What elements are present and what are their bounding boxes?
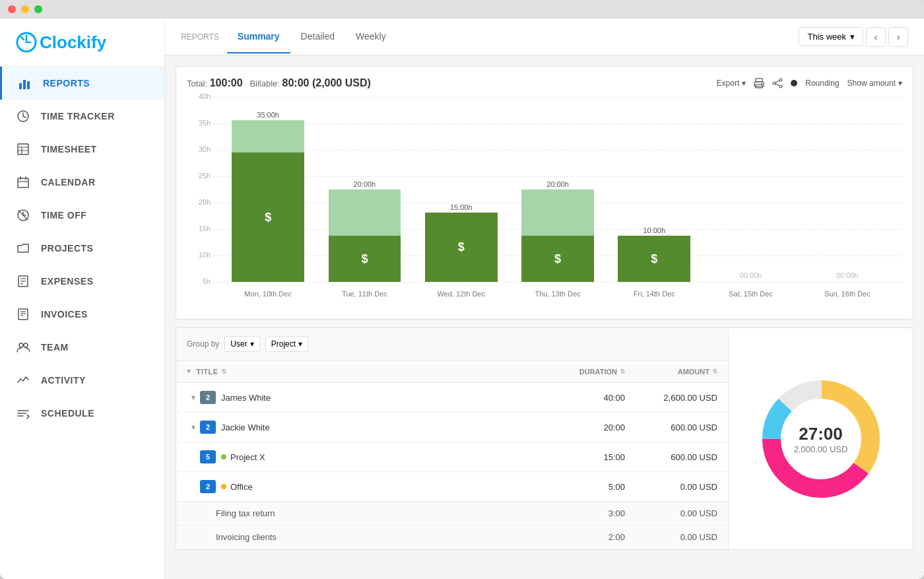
row-num-badge: 2 <box>200 480 216 493</box>
bar-top-label: 10:00h <box>643 226 665 236</box>
row-amount: 600.00 USD <box>625 423 717 432</box>
svg-point-36 <box>773 82 776 85</box>
sidebar-item-reports[interactable]: REPORTS <box>0 67 164 100</box>
svg-rect-21 <box>18 309 28 320</box>
bar-outer: $ <box>329 189 401 282</box>
table-row[interactable]: ▾ 2 Jackie White 20:00 600.00 USD <box>176 413 728 442</box>
print-button[interactable] <box>754 78 764 88</box>
sidebar-item-team[interactable]: TEAM <box>0 331 164 364</box>
sidebar-nav: REPORTSTIME TRACKERTIMESHEETCALENDARTIME… <box>0 67 164 430</box>
bar-dark: $ <box>232 153 304 282</box>
sidebar-item-label-time-tracker: TIME TRACKER <box>41 111 115 121</box>
week-selector[interactable]: This week ▾ <box>799 27 863 46</box>
sidebar-item-time-off[interactable]: TIME OFF <box>0 199 164 232</box>
sidebar-item-time-tracker[interactable]: TIME TRACKER <box>0 100 164 133</box>
bar-top-label: 00:00h <box>740 271 762 279</box>
table-toolbar: Group by User ▾ Project ▾ <box>176 328 728 360</box>
group-user-dropdown[interactable]: User ▾ <box>224 336 259 352</box>
content-area: Total: 100:00 Billable: 80:00 (2,000 USD… <box>165 55 924 579</box>
sidebar-item-label-invoices: INVOICES <box>41 309 88 320</box>
bar-x-label: Thu, 13th Dec <box>535 290 580 298</box>
sidebar-item-expenses[interactable]: EXPENSES <box>0 265 164 298</box>
grid-line: 5h <box>213 282 902 283</box>
sidebar-item-label-timesheet: TIMESHEET <box>41 144 97 154</box>
svg-rect-11 <box>18 178 28 187</box>
bar-dark: $ <box>618 236 690 282</box>
table-row[interactable]: 5 Project X 15:00 600.00 USD <box>176 442 728 472</box>
grid-label: 5h <box>187 277 211 285</box>
row-num-badge: 2 <box>200 421 216 434</box>
prev-week-button[interactable]: ‹ <box>866 27 886 47</box>
sidebar-item-schedule[interactable]: SCHEDULE <box>0 397 164 430</box>
tab-weekly[interactable]: Weekly <box>345 20 397 53</box>
sidebar-item-timesheet[interactable]: TIMESHEET <box>0 133 164 166</box>
bar-x-label: Fri, 14th Dec <box>634 290 675 298</box>
tab-detailed[interactable]: Detailed <box>290 20 345 53</box>
table-row[interactable]: 2 Office 5:00 0.00 USD <box>176 472 728 502</box>
print-icon <box>754 78 764 88</box>
row-project-dot <box>221 454 226 460</box>
clock-icon <box>16 109 30 123</box>
sidebar-item-calendar[interactable]: CALENDAR <box>0 166 164 199</box>
bar-x-label: Wed, 12th Dec <box>437 290 485 298</box>
sidebar-item-activity[interactable]: ACTIVITY <box>0 364 164 397</box>
group-project-dropdown[interactable]: Project ▾ <box>265 336 308 352</box>
bar-light <box>232 120 304 153</box>
close-btn[interactable] <box>8 5 16 13</box>
donut-chart: 27:00 2,000.00 USD <box>755 373 887 505</box>
sidebar: Clockify REPORTSTIME TRACKERTIMESHEETCAL… <box>0 18 165 579</box>
minimize-btn[interactable] <box>21 5 29 13</box>
col-amount-header: AMOUNT ⇅ <box>625 367 717 376</box>
donut-usd: 2,000.00 USD <box>794 444 848 454</box>
logo: Clockify <box>0 18 164 67</box>
svg-point-25 <box>19 343 23 347</box>
table-row[interactable]: ▾ 2 James White 40:00 2,600.00 USD <box>176 383 728 413</box>
bar-x-label: Mon, 10th Dec <box>244 290 292 298</box>
row-title: Jackie White <box>221 423 546 432</box>
grid-label: 10h <box>187 251 211 259</box>
titlebar <box>0 0 924 18</box>
bar-outer: $ <box>521 189 594 282</box>
maximize-btn[interactable] <box>34 5 42 13</box>
dot-button[interactable] <box>791 80 797 86</box>
row-project-dot <box>221 484 226 489</box>
app-window: Clockify REPORTSTIME TRACKERTIMESHEETCAL… <box>0 0 924 579</box>
bar-dark: $ <box>329 236 401 282</box>
rounding-button[interactable]: Rounding <box>805 79 839 88</box>
bar-dollar-sign: $ <box>361 252 368 266</box>
bar-top-label: 35:00h <box>257 111 279 120</box>
bar-group: 10:00h$Fri, 14th Dec <box>606 236 702 282</box>
donut-chart-container: 27:00 2,000.00 USD <box>728 328 913 549</box>
bar-x-label: Sun, 16th Dec <box>824 290 871 298</box>
sub-row-amount: 0.00 USD <box>625 532 717 542</box>
sidebar-item-label-reports: REPORTS <box>43 78 90 88</box>
activity-icon <box>16 373 30 388</box>
sidebar-item-label-activity: ACTIVITY <box>41 375 86 386</box>
sidebar-item-invoices[interactable]: INVOICES <box>0 298 164 331</box>
bar-chart-icon <box>18 76 32 90</box>
table-row-sub: Invoicing clients 2:00 0.00 USD <box>176 526 728 549</box>
bar-group: 20:00h$Thu, 13th Dec <box>510 189 606 282</box>
export-button[interactable]: Export ▾ <box>717 79 746 88</box>
row-num-badge: 2 <box>200 391 216 404</box>
donut-center: 27:00 2,000.00 USD <box>794 424 848 454</box>
row-duration: 40:00 <box>546 393 625 403</box>
bar-outer: $ <box>425 213 498 282</box>
sidebar-item-projects[interactable]: PROJECTS <box>0 232 164 265</box>
tab-summary[interactable]: Summary <box>227 20 290 53</box>
grid-label: 20h <box>187 198 211 206</box>
bar-top-label: 20:00h <box>546 180 569 189</box>
bar-top-label: 15:00h <box>450 203 473 213</box>
bar-light <box>521 189 594 236</box>
row-amount: 2,600.00 USD <box>625 393 717 403</box>
billable-value: 80:00 (2,000 USD) <box>282 77 371 88</box>
next-week-button[interactable]: › <box>888 27 908 47</box>
grid-label: 30h <box>187 145 211 153</box>
share-button[interactable] <box>772 78 783 88</box>
table-row-sub: Filing tax return 3:00 0.00 USD <box>176 502 728 526</box>
logo-text: Clockify <box>16 32 148 53</box>
svg-line-38 <box>776 84 779 86</box>
table-icon <box>16 142 30 156</box>
table-rows: ▾ 2 James White 40:00 2,600.00 USD ▾ 2 J… <box>176 383 728 549</box>
show-amount-button[interactable]: Show amount ▾ <box>847 79 902 88</box>
